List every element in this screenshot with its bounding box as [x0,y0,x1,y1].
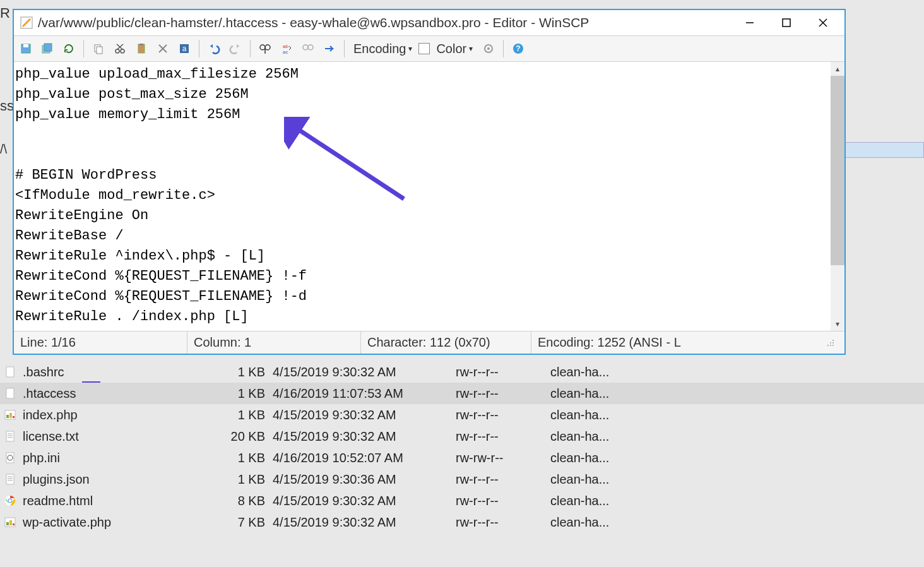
file-date: 4/15/2019 9:30:32 AM [273,408,456,422]
resize-grip-icon[interactable] [826,338,836,348]
file-name: wp-activate.php [20,515,228,530]
color-checkbox[interactable] [418,43,430,54]
file-owner: clean-ha... [550,451,645,465]
undo-button[interactable] [204,39,223,58]
svg-point-58 [9,499,12,503]
svg-text:ab: ab [283,44,288,49]
status-character: Character: 112 (0x70) [361,331,531,354]
encoding-label: Encoding [353,42,406,56]
file-icon [0,494,20,507]
file-permissions: rw-r--r-- [456,429,550,444]
help-button[interactable]: ? [509,39,528,58]
file-name: index.php [20,408,228,422]
save-button[interactable] [16,39,35,58]
svg-text:ac: ac [283,49,288,55]
file-row[interactable]: .htaccess1 KB4/16/2019 11:07:53 AMrw-r--… [0,383,924,404]
file-owner: clean-ha... [550,408,645,422]
reload-button[interactable] [59,39,78,58]
scroll-thumb[interactable] [831,76,844,265]
svg-text:a: a [182,44,187,53]
status-column: Column: 1 [187,331,361,354]
file-list[interactable]: .bashrc1 KB4/15/2019 9:30:32 AMrw-r--r--… [0,361,924,533]
svg-text:?: ? [516,44,521,53]
file-row[interactable]: index.php1 KB4/15/2019 9:30:32 AMrw-r--r… [0,404,924,426]
file-row[interactable]: plugins.json1 KB4/15/2019 9:30:36 AMrw-r… [0,469,924,490]
file-row[interactable]: wp-activate.php7 KB4/15/2019 9:30:32 AMr… [0,511,924,533]
minimize-button[interactable] [741,14,759,32]
file-row[interactable]: .bashrc1 KB4/15/2019 9:30:32 AMrw-r--r--… [0,361,924,383]
file-date: 4/15/2019 9:30:32 AM [273,515,456,530]
file-size: 1 KB [228,408,273,422]
file-name: .bashrc [20,365,228,379]
bg-text: ss [0,98,14,114]
svg-point-26 [303,45,308,50]
file-name: .htaccess [20,386,228,401]
scrollbar[interactable]: ▴ ▾ [831,62,844,331]
editor-body[interactable]: php_value upload_max_filesize 256M php_v… [14,62,844,331]
save-all-button[interactable] [38,39,57,58]
svg-point-22 [265,45,270,50]
file-icon [0,473,20,486]
file-icon [0,451,20,464]
file-row[interactable]: php.ini1 KB4/16/2019 10:52:07 AMrw-rw-r-… [0,447,924,469]
svg-point-27 [308,45,313,50]
cut-button[interactable] [110,39,129,58]
select-all-button[interactable]: a [175,39,194,58]
svg-point-11 [116,49,119,53]
svg-point-32 [832,340,834,341]
copy-button[interactable] [89,39,108,58]
scroll-up-icon[interactable]: ▴ [831,62,844,76]
scroll-down-icon[interactable]: ▾ [831,317,844,331]
file-permissions: rw-rw-r-- [456,451,550,465]
status-encoding: Encoding: 1252 (ANSI - L [531,331,844,354]
editor-content[interactable]: php_value upload_max_filesize 256M php_v… [14,62,844,330]
encoding-menu[interactable]: Encoding▾ [350,42,416,56]
maximize-button[interactable] [778,14,795,32]
color-menu[interactable]: Color▾ [432,42,477,56]
svg-rect-52 [6,474,14,484]
file-owner: clean-ha... [550,494,645,508]
file-size: 1 KB [228,451,273,465]
file-date: 4/15/2019 9:30:32 AM [273,365,456,379]
file-row[interactable]: license.txt20 KB4/15/2019 9:30:32 AMrw-r… [0,426,924,447]
editor-window: /var/www/public/clean-hamster/.htaccess … [13,9,846,355]
file-owner: clean-ha... [550,472,645,487]
find-next-button[interactable] [299,39,317,58]
goto-button[interactable] [320,39,339,58]
file-date: 4/16/2019 11:07:53 AM [273,386,456,401]
bg-text: /\ [0,142,7,157]
redo-button[interactable] [226,39,245,58]
svg-rect-46 [6,431,14,441]
svg-rect-44 [9,413,12,418]
file-permissions: rw-r--r-- [456,494,550,508]
find-button[interactable] [256,39,275,58]
svg-point-36 [830,345,831,346]
file-name: readme.html [20,494,228,508]
file-icon [0,516,20,528]
statusbar: Line: 1/16 Column: 1 Character: 112 (0x7… [14,331,844,354]
paste-button[interactable] [132,39,151,58]
file-size: 8 KB [228,494,273,508]
file-name: php.ini [20,451,228,465]
svg-rect-6 [23,44,28,47]
titlebar[interactable]: /var/www/public/clean-hamster/.htaccess … [14,10,844,35]
file-row[interactable]: readme.html8 KB4/15/2019 9:30:32 AMrw-r-… [0,490,924,511]
svg-point-12 [121,49,124,53]
file-date: 4/16/2019 10:52:07 AM [273,451,456,465]
preferences-button[interactable] [479,39,498,58]
file-owner: clean-ha... [550,365,645,379]
svg-rect-15 [138,44,145,53]
file-size: 1 KB [228,386,273,401]
bg-text: R [0,5,10,21]
file-permissions: rw-r--r-- [456,472,550,487]
svg-rect-43 [6,415,9,418]
file-permissions: rw-r--r-- [456,386,550,401]
file-name: plugins.json [20,472,228,487]
close-button[interactable] [814,14,832,32]
replace-button[interactable]: abac [277,39,296,58]
file-size: 20 KB [228,429,273,444]
svg-rect-16 [139,44,143,45]
delete-button[interactable] [153,39,172,58]
color-label: Color [436,42,466,56]
svg-point-34 [832,342,834,343]
